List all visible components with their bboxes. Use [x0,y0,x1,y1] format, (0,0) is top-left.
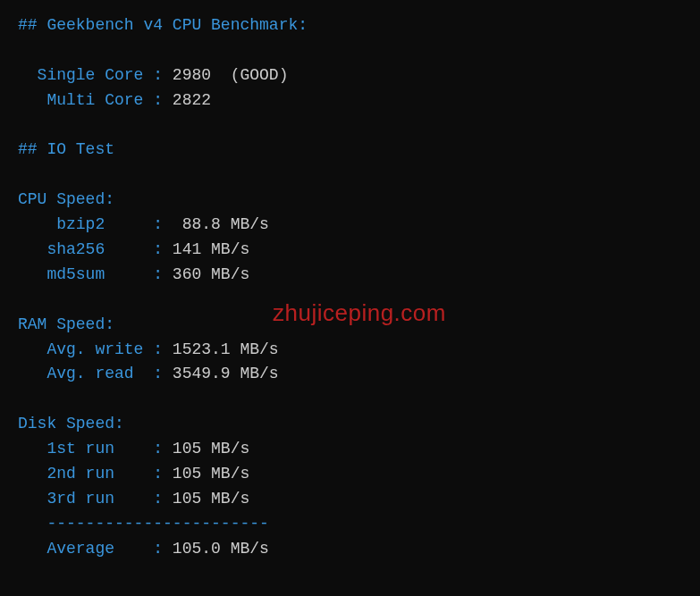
disk-run2-value: 105 MB/s [163,465,249,483]
disk-run3-label: 3rd run : [18,490,163,508]
single-core-label: Single Core : [18,66,163,84]
disk-run3-value: 105 MB/s [163,490,249,508]
single-core-value: 2980 (GOOD) [163,66,288,84]
multi-core-label: Multi Core : [18,91,163,109]
disk-divider: ----------------------- [18,515,269,533]
disk-avg-label: Average : [18,540,163,558]
disk-run1-value: 105 MB/s [163,440,249,457]
ram-read-value: 3549.9 MB/s [163,365,279,382]
md5sum-value: 360 MB/s [163,265,249,283]
disk-speed-header: Disk Speed: [18,415,124,432]
ram-read-label: Avg. read : [18,365,163,382]
ram-write-value: 1523.1 MB/s [163,340,279,358]
disk-run2-label: 2nd run : [18,465,163,483]
disk-avg-value: 105.0 MB/s [163,540,269,558]
multi-core-value: 2822 [163,91,211,109]
bzip2-value: 88.8 MB/s [163,215,269,233]
disk-run1-label: 1st run : [18,440,163,457]
io-test-header: ## IO Test [18,140,114,158]
md5sum-label: md5sum : [18,265,163,283]
ram-write-label: Avg. write : [18,340,163,358]
bzip2-label: bzip2 : [18,215,163,233]
geekbench-header: ## Geekbench v4 CPU Benchmark: [18,16,308,34]
sha256-label: sha256 : [18,240,163,258]
watermark-text: zhujiceping.com [273,295,446,331]
cpu-speed-header: CPU Speed: [18,190,114,208]
sha256-value: 141 MB/s [163,240,249,258]
ram-speed-header: RAM Speed: [18,315,114,333]
